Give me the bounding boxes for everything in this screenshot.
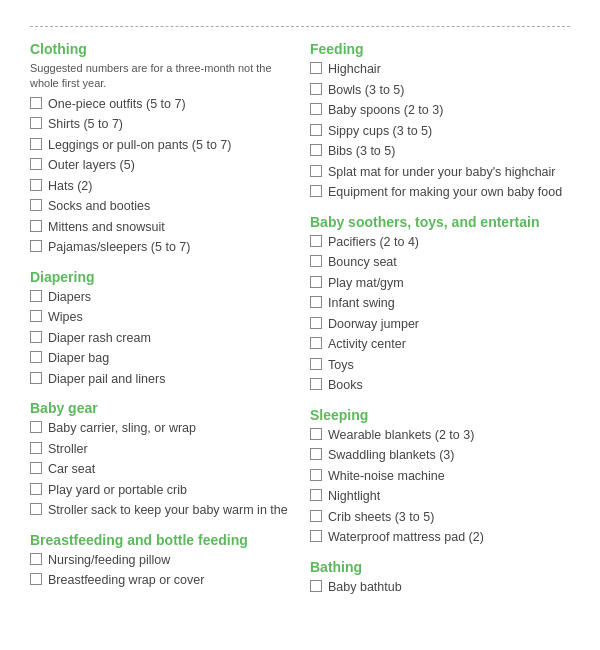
checkbox-icon[interactable] xyxy=(310,276,322,288)
list-item: Books xyxy=(310,377,570,395)
list-item: Toys xyxy=(310,357,570,375)
checkbox-icon[interactable] xyxy=(30,240,42,252)
item-label: Play yard or portable crib xyxy=(48,482,187,500)
section-title-1: Diapering xyxy=(30,269,290,285)
list-item: Mittens and snowsuit xyxy=(30,219,290,237)
checkbox-icon[interactable] xyxy=(30,483,42,495)
checkbox-icon[interactable] xyxy=(30,553,42,565)
checkbox-icon[interactable] xyxy=(310,448,322,460)
checkbox-icon[interactable] xyxy=(310,185,322,197)
list-item: Diaper bag xyxy=(30,350,290,368)
list-item: Baby carrier, sling, or wrap xyxy=(30,420,290,438)
checkbox-icon[interactable] xyxy=(310,317,322,329)
checkbox-icon[interactable] xyxy=(310,358,322,370)
checkbox-icon[interactable] xyxy=(310,378,322,390)
item-label: Nursing/feeding pillow xyxy=(48,552,170,570)
item-label: Equipment for making your own baby food xyxy=(328,184,562,202)
checkbox-icon[interactable] xyxy=(310,469,322,481)
item-label: Diaper pail and liners xyxy=(48,371,165,389)
list-item: Activity center xyxy=(310,336,570,354)
section-title-3: Bathing xyxy=(310,559,570,575)
list-item: Leggings or pull-on pants (5 to 7) xyxy=(30,137,290,155)
checkbox-icon[interactable] xyxy=(30,179,42,191)
checkbox-icon[interactable] xyxy=(30,372,42,384)
list-item: Stroller sack to keep your baby warm in … xyxy=(30,502,290,520)
item-label: Socks and booties xyxy=(48,198,150,216)
item-label: One-piece outfits (5 to 7) xyxy=(48,96,186,114)
item-label: Baby bathtub xyxy=(328,579,402,597)
item-label: Bouncy seat xyxy=(328,254,397,272)
checkbox-icon[interactable] xyxy=(30,462,42,474)
checkbox-icon[interactable] xyxy=(310,296,322,308)
list-item: Splat mat for under your baby's highchai… xyxy=(310,164,570,182)
checkbox-icon[interactable] xyxy=(30,421,42,433)
list-item: White-noise machine xyxy=(310,468,570,486)
checklist-3: Baby bathtub xyxy=(310,579,570,597)
checkbox-icon[interactable] xyxy=(310,255,322,267)
checkbox-icon[interactable] xyxy=(310,83,322,95)
list-item: Equipment for making your own baby food xyxy=(310,184,570,202)
checkbox-icon[interactable] xyxy=(310,580,322,592)
list-item: Baby bathtub xyxy=(310,579,570,597)
checkbox-icon[interactable] xyxy=(30,199,42,211)
checkbox-icon[interactable] xyxy=(310,103,322,115)
checkbox-icon[interactable] xyxy=(310,235,322,247)
checkbox-icon[interactable] xyxy=(30,117,42,129)
item-label: Leggings or pull-on pants (5 to 7) xyxy=(48,137,231,155)
checkbox-icon[interactable] xyxy=(310,510,322,522)
checkbox-icon[interactable] xyxy=(310,165,322,177)
checkbox-icon[interactable] xyxy=(310,489,322,501)
checkbox-icon[interactable] xyxy=(310,62,322,74)
checkbox-icon[interactable] xyxy=(310,124,322,136)
item-label: Baby spoons (2 to 3) xyxy=(328,102,443,120)
list-item: Bibs (3 to 5) xyxy=(310,143,570,161)
checkbox-icon[interactable] xyxy=(310,530,322,542)
list-item: Play mat/gym xyxy=(310,275,570,293)
item-label: Outer layers (5) xyxy=(48,157,135,175)
item-label: Bowls (3 to 5) xyxy=(328,82,404,100)
checklist-0: One-piece outfits (5 to 7)Shirts (5 to 7… xyxy=(30,96,290,257)
item-label: Stroller sack to keep your baby warm in … xyxy=(48,502,288,520)
list-item: Bouncy seat xyxy=(310,254,570,272)
checkbox-icon[interactable] xyxy=(30,138,42,150)
list-item: Bowls (3 to 5) xyxy=(310,82,570,100)
checkbox-icon[interactable] xyxy=(30,503,42,515)
checkbox-icon[interactable] xyxy=(30,351,42,363)
item-label: Pacifiers (2 to 4) xyxy=(328,234,419,252)
checkbox-icon[interactable] xyxy=(310,144,322,156)
item-label: Bibs (3 to 5) xyxy=(328,143,395,161)
checkbox-icon[interactable] xyxy=(30,220,42,232)
title-divider xyxy=(30,26,570,27)
checklist-3: Nursing/feeding pillowBreastfeeding wrap… xyxy=(30,552,290,590)
section-title-3: Breastfeeding and bottle feeding xyxy=(30,532,290,548)
checkbox-icon[interactable] xyxy=(30,442,42,454)
item-label: Swaddling blankets (3) xyxy=(328,447,454,465)
main-columns: ClothingSuggested numbers are for a thre… xyxy=(30,41,570,600)
list-item: Shirts (5 to 7) xyxy=(30,116,290,134)
list-item: Sippy cups (3 to 5) xyxy=(310,123,570,141)
item-label: Hats (2) xyxy=(48,178,92,196)
item-label: Highchair xyxy=(328,61,381,79)
list-item: Nursing/feeding pillow xyxy=(30,552,290,570)
section-title-0: Feeding xyxy=(310,41,570,57)
list-item: Hats (2) xyxy=(30,178,290,196)
section-note-0: Suggested numbers are for a three-month … xyxy=(30,61,290,92)
checkbox-icon[interactable] xyxy=(310,428,322,440)
checkbox-icon[interactable] xyxy=(310,337,322,349)
checkbox-icon[interactable] xyxy=(30,331,42,343)
list-item: Socks and booties xyxy=(30,198,290,216)
section-title-2: Baby gear xyxy=(30,400,290,416)
item-label: Shirts (5 to 7) xyxy=(48,116,123,134)
checkbox-icon[interactable] xyxy=(30,573,42,585)
item-label: Pajamas/sleepers (5 to 7) xyxy=(48,239,190,257)
list-item: Baby spoons (2 to 3) xyxy=(310,102,570,120)
section-title-1: Baby soothers, toys, and entertain xyxy=(310,214,570,230)
checkbox-icon[interactable] xyxy=(30,97,42,109)
checkbox-icon[interactable] xyxy=(30,158,42,170)
checklist-2: Wearable blankets (2 to 3)Swaddling blan… xyxy=(310,427,570,547)
checkbox-icon[interactable] xyxy=(30,290,42,302)
checkbox-icon[interactable] xyxy=(30,310,42,322)
list-item: Wipes xyxy=(30,309,290,327)
section-title-2: Sleeping xyxy=(310,407,570,423)
list-item: Doorway jumper xyxy=(310,316,570,334)
